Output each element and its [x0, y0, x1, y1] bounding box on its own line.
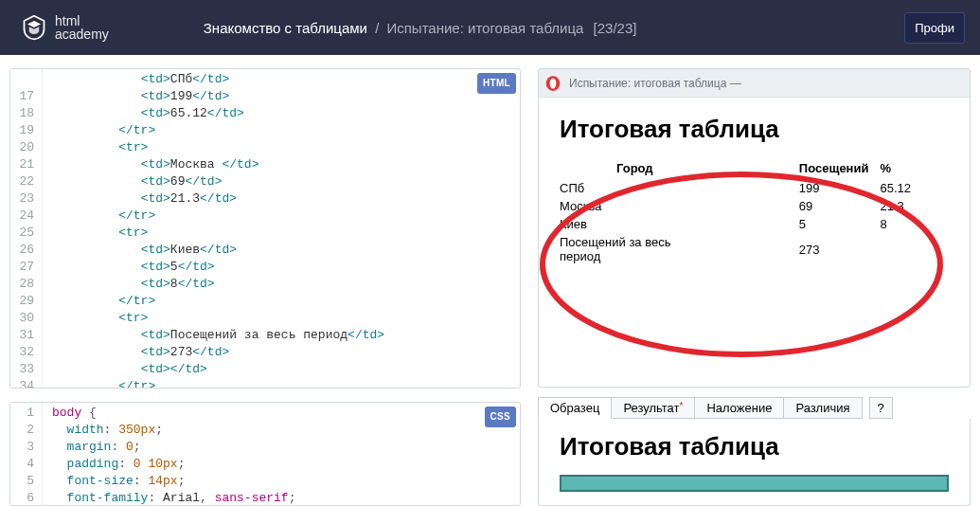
table-row: СПб19965.12 — [560, 179, 949, 197]
logo[interactable]: html academy — [21, 14, 109, 41]
reference-heading: Итоговая таблица — [560, 432, 949, 461]
table-cell: 65.12 — [880, 179, 949, 197]
tab-Различия[interactable]: Различия — [783, 397, 862, 419]
tab-Результат[interactable]: Результат* — [611, 397, 695, 419]
table-cell: Киев — [560, 215, 799, 233]
preview-browser: Испытание: итоговая таблица — Итоговая т… — [538, 68, 971, 388]
shield-icon — [21, 14, 47, 41]
table-cell: 8 — [880, 215, 949, 233]
tab-Образец[interactable]: Образец — [538, 397, 612, 419]
preview-page: Итоговая таблица ГородПосещений% СПб1996… — [539, 98, 970, 288]
html-gutter: 1718192021222324252627282930313233343536… — [10, 69, 43, 388]
table-row: Москва6921.3 — [560, 197, 949, 215]
preview-table: ГородПосещений% СПб19965.12Москва6921.3К… — [560, 159, 949, 265]
profile-button[interactable]: Профи — [904, 12, 965, 44]
preview-heading: Итоговая таблица — [560, 115, 949, 144]
css-gutter: 123456 — [10, 403, 43, 505]
tab-title: Испытание: итоговая таблица — — [569, 77, 741, 90]
table-row: Посещений за весь период273 — [560, 233, 949, 265]
topbar: html academy Знакомство с таблицами / Ис… — [0, 0, 980, 55]
table-header: % — [880, 159, 949, 179]
breadcrumb-count: [23/23] — [594, 20, 637, 36]
table-cell: 69 — [799, 197, 881, 215]
breadcrumb: Знакомство с таблицами / Испытание: итог… — [204, 20, 637, 36]
table-cell: СПб — [560, 179, 799, 197]
table-cell: 199 — [799, 179, 881, 197]
address-bar: Испытание: итоговая таблица — — [539, 69, 970, 98]
tab-Наложение[interactable]: Наложение — [694, 397, 784, 419]
table-cell: 5 — [799, 215, 881, 233]
table-header: Посещений — [799, 159, 881, 179]
table-header: Город — [560, 159, 799, 179]
reference-stripe — [560, 475, 949, 492]
breadcrumb-main[interactable]: Знакомство с таблицами — [204, 20, 367, 36]
html-editor[interactable]: HTML 17181920212223242526272829303132333… — [9, 68, 521, 389]
table-cell: Москва — [560, 197, 799, 215]
css-editor[interactable]: CSS 123456 body { width: 350px; margin: … — [9, 402, 521, 506]
reference-panel: Итоговая таблица — [538, 419, 971, 506]
table-cell — [880, 233, 949, 265]
opera-icon — [544, 75, 561, 92]
tabset: ОбразецРезультат*НаложениеРазличия? — [538, 397, 971, 419]
css-code[interactable]: body { width: 350px; margin: 0; padding:… — [43, 403, 520, 505]
logo-text: html academy — [55, 14, 109, 41]
table-cell: 21.3 — [880, 197, 949, 215]
html-code[interactable]: <td>СПб</td> <td>199</td> <td>65.12</td>… — [43, 69, 520, 388]
table-cell: Посещений за весь период — [560, 233, 799, 265]
svg-point-1 — [550, 78, 557, 88]
breadcrumb-sub[interactable]: Испытание: итоговая таблица — [386, 20, 583, 36]
help-button[interactable]: ? — [869, 397, 893, 419]
table-cell: 273 — [799, 233, 881, 265]
table-row: Киев58 — [560, 215, 949, 233]
